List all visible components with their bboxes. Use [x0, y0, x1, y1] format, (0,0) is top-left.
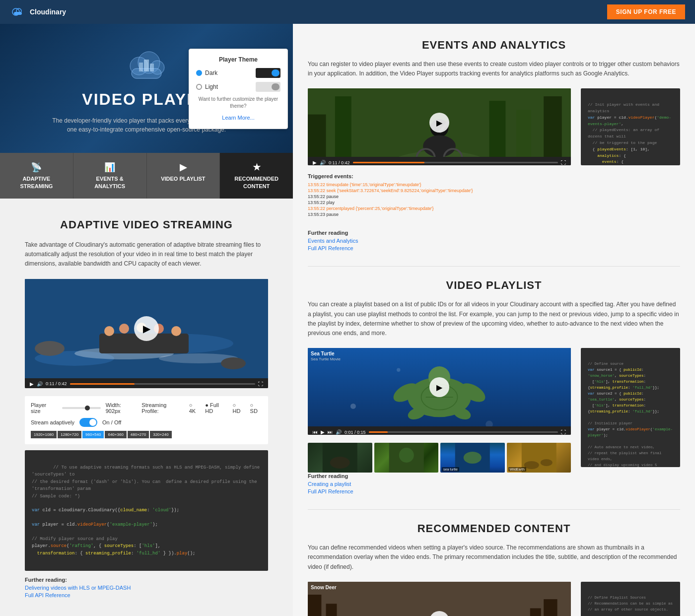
video-play-overlay[interactable]: ▶: [25, 279, 268, 378]
res-btn-640[interactable]: 640×360: [105, 431, 126, 438]
res-btn-480[interactable]: 480×270: [128, 431, 149, 438]
playlist-layout: Sea Turtle Sea Turtle Movie ▶ ⏮ ▶ ⏭ 🔊 0:…: [308, 348, 680, 473]
res-btn-1280[interactable]: 1280×720: [58, 431, 81, 438]
res-btn-1920[interactable]: 1920×1080: [31, 431, 57, 438]
playlist-next-icon[interactable]: ⏭: [328, 429, 333, 435]
recommended-code-area: // Define Playlist Sources // Recommenda…: [581, 582, 680, 616]
playlist-play-overlay[interactable]: ▶: [308, 348, 571, 426]
recommended-play-button[interactable]: ▶: [429, 611, 449, 616]
events-volume-icon[interactable]: 🔊: [320, 160, 326, 165]
playlist-video-area: Sea Turtle Sea Turtle Movie ▶ ⏮ ▶ ⏭ 🔊 0:…: [308, 348, 571, 473]
events-layout: ▶ ▶ 🔊 0:11 / 0:42 ⛶ Triggere: [308, 88, 680, 222]
res-btn-320[interactable]: 320×240: [150, 431, 171, 438]
size-slider[interactable]: [62, 407, 101, 409]
adaptive-icon: 📡: [4, 162, 69, 173]
events-play-overlay[interactable]: ▶: [308, 88, 571, 157]
api-reference-link-adaptive[interactable]: Full API Reference: [25, 592, 268, 598]
divider-2: [308, 509, 680, 510]
playlist-prev-icon[interactable]: ⏮: [313, 429, 318, 435]
signup-button[interactable]: SIGN UP FOR FREE: [607, 4, 685, 19]
playlist-fullscreen-icon[interactable]: ⛶: [561, 429, 566, 435]
recommended-section: RECOMMENDED CONTENT You can define recom…: [308, 522, 680, 616]
events-analytics-link[interactable]: Events and Analytics: [308, 238, 680, 244]
header: Cloudinary SIGN UP FOR FREE: [0, 0, 695, 24]
playlist-api-reference-link[interactable]: Full API Reference: [308, 488, 680, 494]
events-description: You can register to video player events …: [308, 60, 680, 78]
event-line-6: 13:55:23 pause: [308, 212, 571, 217]
width-display: Width: 902px: [106, 402, 137, 414]
light-theme-label: Light: [196, 83, 218, 90]
player-size-label: Player size: [31, 402, 57, 414]
event-line-3: 13:55:22 pause: [308, 194, 571, 199]
dark-preview: [256, 68, 280, 78]
volume-icon[interactable]: 🔊: [37, 381, 43, 387]
triggered-events-label: Triggered events:: [308, 173, 571, 179]
adaptive-code-block: // To use adaptive streaming formats suc…: [25, 450, 268, 571]
thumb-3[interactable]: sea turtle: [440, 443, 505, 473]
playlist-code-area: // Define source var source1 = { publicI…: [581, 348, 680, 473]
res-hd-label: ○ HD: [233, 402, 245, 414]
tab-recommended[interactable]: ★ RECOMMENDEDCONTENT: [220, 153, 293, 199]
event-line-2: 13:55:22 seek {'seekStart':3.722674,'see…: [308, 188, 571, 193]
playlist-play-icon[interactable]: ▶: [321, 429, 325, 435]
svg-point-59: [540, 459, 552, 466]
recommended-video-area: Snow Deer ▶ 🔇 ▶ 0:01 / 0:15 ⛶: [308, 582, 571, 616]
light-radio-icon: [196, 84, 202, 90]
playlist-further-reading-label: Further reading: [308, 473, 680, 479]
playlist-code-block: // Define source var source1 = { publicI…: [581, 348, 680, 467]
toggle-off-icon: [272, 83, 279, 90]
svg-rect-10: [150, 64, 154, 71]
recommended-layout: Snow Deer ▶ 🔇 ▶ 0:01 / 0:15 ⛶: [308, 582, 680, 616]
fullscreen-icon[interactable]: ⛶: [258, 381, 263, 387]
playlist-progress-bar[interactable]: [369, 431, 558, 433]
stream-toggle[interactable]: [79, 418, 97, 427]
recommended-description: You can define recommended videos when s…: [308, 543, 680, 572]
recommended-icon: ★: [224, 162, 289, 173]
theme-dark-option[interactable]: Dark: [196, 68, 280, 78]
main-layout: VIDEO PLAYER The developer-friendly vide…: [0, 24, 695, 616]
theme-light-option[interactable]: Light: [196, 82, 280, 92]
playlist-play-button[interactable]: ▶: [429, 377, 449, 397]
recommended-play-overlay[interactable]: ▶: [308, 582, 571, 616]
events-play-button[interactable]: ▶: [429, 113, 449, 133]
events-title: EVENTS AND ANALYTICS: [308, 39, 680, 52]
dark-theme-label: Dark: [196, 69, 217, 76]
playlist-volume-icon[interactable]: 🔊: [336, 429, 342, 435]
toggle-on-off-label: On / Off: [102, 419, 121, 425]
light-preview: [256, 82, 280, 92]
tab-adaptive[interactable]: 📡 ADAPTIVESTREAMING: [0, 153, 73, 199]
nav-tabs: 📡 ADAPTIVESTREAMING 📊 EVENTS &ANALYTICS …: [0, 153, 293, 199]
play-button-large[interactable]: ▶: [134, 316, 159, 341]
res-btn-960[interactable]: 960×540: [82, 431, 104, 438]
res-sd-label: ○ SD: [250, 402, 262, 414]
stream-adaptively-label: Stream adaptively: [31, 419, 74, 425]
hero-section: VIDEO PLAYER The developer-friendly vide…: [0, 24, 293, 153]
thumb-2[interactable]: [374, 443, 439, 473]
events-video-controls: ▶ 🔊 0:11 / 0:42 ⛶: [308, 157, 571, 165]
events-icon: 📊: [77, 162, 142, 173]
events-play-icon[interactable]: ▶: [313, 160, 317, 165]
tab-playlist[interactable]: ▶ VIDEO PLAYLIST: [147, 153, 220, 199]
further-reading-label: Further reading:: [25, 577, 268, 583]
svg-point-54: [399, 448, 414, 463]
thumb-1[interactable]: [308, 443, 372, 473]
svg-point-56: [464, 452, 482, 464]
event-line-5: 13:55:22 percentplayed {'percent':25,'or…: [308, 206, 571, 211]
play-icon[interactable]: ▶: [30, 381, 34, 387]
events-api-reference-link[interactable]: Full API Reference: [308, 245, 680, 251]
events-code-block: // Init player with events and analytics…: [581, 88, 680, 165]
hls-mpeg-dash-link[interactable]: Delivering videos with HLS or MPEG-DASH: [25, 585, 268, 591]
learn-more-link[interactable]: Learn More...: [222, 115, 254, 121]
progress-bar[interactable]: [70, 383, 255, 385]
events-progress-bar[interactable]: [353, 162, 558, 163]
creating-playlist-link[interactable]: Creating a playlist: [308, 481, 680, 487]
recommended-title: RECOMMENDED CONTENT: [308, 522, 680, 535]
events-video-player: ▶ ▶ 🔊 0:11 / 0:42 ⛶: [308, 88, 571, 165]
svg-rect-3: [14, 12, 22, 15]
events-fullscreen-icon[interactable]: ⛶: [561, 160, 566, 165]
event-line-1: 13:55:22 timeupdate {'time':15,'original…: [308, 182, 571, 187]
adaptive-section: ADAPTIVE VIDEO STREAMING Take advantage …: [0, 199, 293, 616]
events-video-area: ▶ ▶ 🔊 0:11 / 0:42 ⛶ Triggere: [308, 88, 571, 222]
thumb-4[interactable]: WildEarth: [507, 443, 571, 473]
tab-events[interactable]: 📊 EVENTS &ANALYTICS: [73, 153, 147, 199]
